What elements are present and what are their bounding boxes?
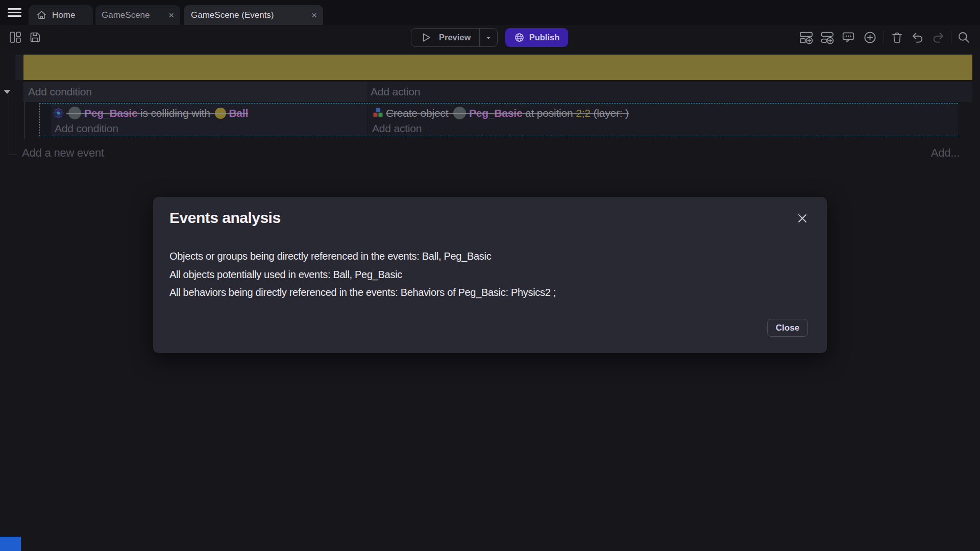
dialog-title: Events analysis <box>169 209 281 227</box>
dialog-body: Objects or groups being directly referen… <box>169 247 556 302</box>
close-icon <box>796 212 808 224</box>
analysis-line: Objects or groups being directly referen… <box>169 247 556 266</box>
events-analysis-dialog: Events analysis Objects or groups being … <box>153 197 827 353</box>
analysis-line: All behaviors being directly referenced … <box>169 284 556 302</box>
analysis-line: All objects potentially used in events: … <box>169 266 556 284</box>
window-corner-fragment <box>0 537 21 551</box>
gdevelop-editor: Home GameScene × GameScene (Events) × <box>0 0 980 551</box>
dialog-close-button[interactable] <box>795 211 810 226</box>
close-button[interactable]: Close <box>767 319 808 337</box>
